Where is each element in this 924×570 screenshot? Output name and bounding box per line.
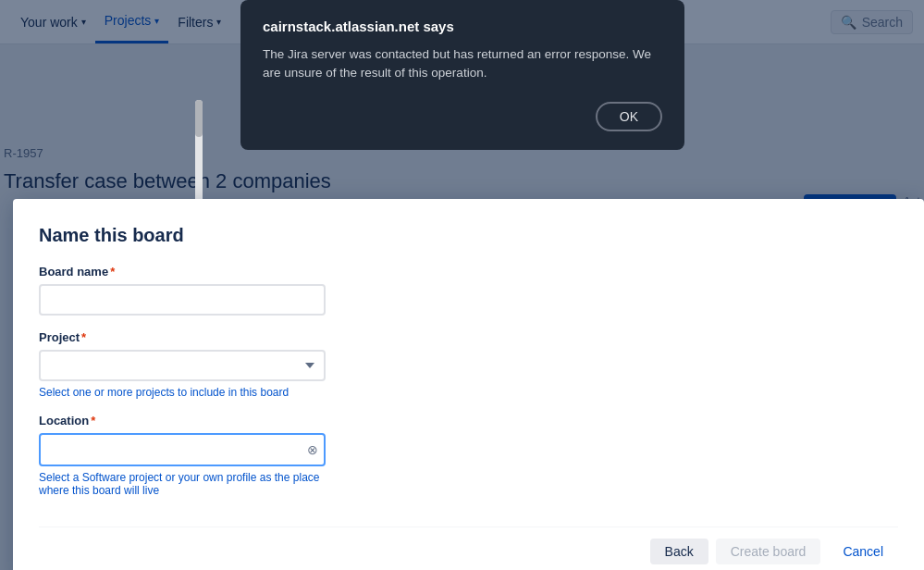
name-board-modal: Name this board Board name* Project* Sel…	[13, 199, 924, 570]
back-button[interactable]: Back	[650, 539, 708, 564]
project-group: Project* Select one or more projects to …	[39, 330, 898, 399]
project-label: Project*	[39, 330, 898, 344]
alert-dialog: cairnstack.atlassian.net says The Jira s…	[240, 0, 684, 150]
scrollbar-thumb[interactable]	[195, 100, 203, 137]
board-name-group: Board name*	[39, 265, 898, 316]
location-input-wrapper: ⊗	[39, 433, 326, 466]
required-star-location: *	[91, 414, 95, 428]
modal-footer: Back Create board Cancel	[39, 527, 898, 564]
required-star-project: *	[81, 330, 86, 344]
modal-title: Name this board	[39, 225, 898, 246]
cancel-button[interactable]: Cancel	[828, 539, 898, 564]
board-name-input[interactable]	[39, 284, 326, 316]
alert-ok-button[interactable]: OK	[596, 102, 662, 131]
board-name-label: Board name*	[39, 265, 898, 279]
alert-title: cairnstack.atlassian.net says	[263, 19, 662, 34]
location-input[interactable]	[39, 433, 326, 466]
location-hint: Select a Software project or your own pr…	[39, 471, 326, 497]
location-label: Location*	[39, 414, 898, 428]
project-hint: Select one or more projects to include i…	[39, 386, 326, 399]
scrollbar-track[interactable]	[195, 100, 203, 211]
clear-icon[interactable]: ⊗	[307, 442, 318, 457]
alert-body: The Jira server was contacted but has re…	[263, 45, 662, 83]
location-group: Location* ⊗ Select a Software project or…	[39, 414, 898, 497]
required-star: *	[110, 265, 115, 279]
create-board-button: Create board	[716, 539, 821, 564]
project-select[interactable]	[39, 350, 326, 381]
